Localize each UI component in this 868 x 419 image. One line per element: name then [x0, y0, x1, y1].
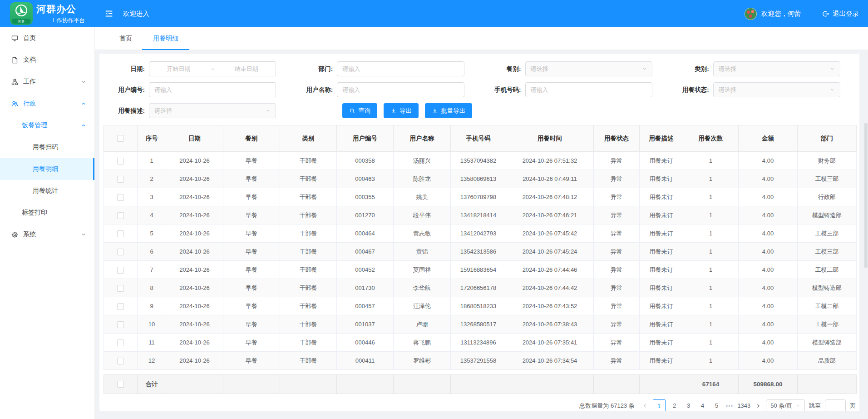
query-button[interactable]: 查询	[342, 103, 377, 118]
table-cell: 2024-10-26	[166, 188, 223, 206]
summary-empty-cell	[798, 375, 857, 394]
row-checkbox[interactable]	[117, 285, 124, 292]
table-row: 12024-10-26早餐干部餐000358汤丽兴135370943822024…	[104, 152, 857, 170]
sidebar-item-meal-management[interactable]: 饭餐管理	[0, 115, 94, 136]
page-button[interactable]: 4	[698, 399, 708, 411]
meal-type-select[interactable]: 请选择	[525, 61, 652, 76]
sidebar-item-label: 工作	[23, 78, 36, 86]
table-cell: 干部餐	[280, 279, 337, 297]
select-all-checkbox[interactable]	[117, 135, 124, 142]
table-cell: 罗维彬	[394, 352, 451, 370]
scrollbar-thumb[interactable]	[864, 123, 868, 268]
table-cell: 早餐	[223, 188, 280, 206]
date-range-input[interactable]: 开始日期 ~ 结束日期	[149, 61, 276, 76]
table-cell: 2024-10-26 07:48:12	[506, 188, 594, 206]
row-checkbox[interactable]	[117, 249, 124, 255]
sidebar-item-system[interactable]: 系统	[0, 224, 94, 245]
sidebar-item-docs[interactable]: 文档	[0, 49, 94, 71]
tab-home[interactable]: 首页	[118, 27, 133, 50]
next-page-icon[interactable]	[755, 403, 762, 409]
table-cell: 6	[138, 243, 166, 261]
sidebar-item-label: 用餐统计	[33, 187, 58, 195]
filter-date: 日期: 开始日期 ~ 结束日期	[104, 61, 291, 76]
sidebar-item-meal-detail[interactable]: 用餐明细	[0, 158, 94, 180]
sidebar-item-meal-scan[interactable]: 用餐扫码	[0, 136, 94, 158]
page-button[interactable]: 3	[684, 399, 694, 411]
page-size-select[interactable]: 50 条/页	[766, 399, 805, 411]
user-no-input[interactable]: 请输入	[149, 82, 276, 97]
row-checkbox[interactable]	[117, 158, 124, 165]
table-cell: 2024-10-26 07:51:32	[506, 152, 594, 170]
table-cell: 4.00	[739, 243, 798, 261]
table-cell: 李华航	[394, 279, 451, 297]
meal-status-select[interactable]: 请选择	[713, 82, 840, 97]
row-checkbox[interactable]	[117, 358, 124, 364]
table-cell: 4.00	[739, 334, 798, 352]
table-cell: 异常	[594, 297, 640, 315]
row-checkbox[interactable]	[117, 230, 124, 237]
table-cell: 模型铸造部	[798, 334, 857, 352]
category-select[interactable]: 请选择	[713, 61, 840, 76]
department-input[interactable]: 请输入	[337, 61, 464, 76]
filter-meal-type: 餐别: 请选择	[480, 61, 668, 76]
table-cell: 2024-10-26	[166, 279, 223, 297]
batch-export-button[interactable]: 批量导出	[425, 103, 472, 118]
phone-input[interactable]: 请输入	[525, 82, 652, 97]
page-button-last[interactable]: 1343	[737, 399, 750, 411]
table-cell: 异常	[594, 188, 640, 206]
sidebar-item-home[interactable]: 首页	[0, 27, 94, 49]
chevron-down-icon	[642, 66, 647, 71]
export-button[interactable]: 导出	[384, 103, 419, 118]
row-checkbox[interactable]	[117, 212, 124, 219]
row-checkbox[interactable]	[117, 267, 124, 274]
summary-checkbox[interactable]	[117, 381, 124, 388]
app-header: 河群 河群办公 工作协作平台 欢迎进入 欢迎您，何蕾 退出登录	[0, 0, 868, 27]
sidebar-item-label: 文档	[23, 56, 36, 64]
sidebar: 首页 文档 工作	[0, 27, 95, 419]
query-button-label: 查询	[358, 107, 370, 115]
tab-meal-detail[interactable]: 用餐明细	[152, 27, 179, 50]
table-cell: 2024-10-26 07:38:43	[506, 315, 594, 334]
scrollbar-track[interactable]	[864, 27, 868, 419]
table-cell: 早餐	[223, 206, 280, 224]
summary-empty-cell	[594, 375, 640, 394]
table-cell: 段平伟	[394, 206, 451, 224]
row-checkbox[interactable]	[117, 321, 124, 328]
prev-page-icon[interactable]	[641, 403, 649, 409]
table-cell: 2024-10-26 07:45:24	[506, 243, 594, 261]
row-checkbox[interactable]	[117, 303, 124, 310]
sidebar-item-admin[interactable]: 行政	[0, 93, 94, 115]
page-button[interactable]: 5	[712, 399, 722, 411]
table-cell: 早餐	[223, 152, 280, 170]
row-checkbox[interactable]	[117, 176, 124, 183]
menu-fold-icon[interactable]	[104, 9, 114, 19]
table-cell: 000358	[337, 152, 394, 170]
table-cell: 早餐	[223, 352, 280, 370]
column-header: 类别	[280, 125, 337, 152]
date-end-placeholder: 结束日期	[217, 65, 276, 73]
meal-desc-select[interactable]: 请选择	[149, 103, 276, 118]
user-avatar[interactable]	[745, 8, 757, 20]
logout-button[interactable]: 退出登录	[822, 10, 859, 18]
table-cell: 干部餐	[280, 170, 337, 188]
sidebar-item-label-print[interactable]: 标签打印	[0, 202, 94, 224]
table-cell: 2024-10-26	[166, 352, 223, 370]
jump-page-input[interactable]	[825, 399, 846, 411]
pagination-bar: 总数据量为 67123 条 1 2 3 4 5 ••• 1343 50 条/页	[104, 399, 856, 411]
table-cell: 姚美	[394, 188, 451, 206]
user-name-input[interactable]: 请输入	[337, 82, 464, 97]
sidebar-item-work[interactable]: 工作	[0, 71, 94, 93]
row-checkbox[interactable]	[117, 339, 124, 346]
table-cell: 用餐未订	[640, 315, 683, 334]
summary-empty-cell	[337, 375, 394, 394]
input-placeholder: 请输入	[154, 86, 172, 94]
department-label: 部门:	[291, 65, 337, 73]
table-cell: 早餐	[223, 334, 280, 352]
page-button[interactable]: 2	[670, 399, 680, 411]
row-checkbox[interactable]	[117, 194, 124, 201]
row-checkbox-cell	[104, 279, 138, 297]
sidebar-item-meal-stats[interactable]: 用餐统计	[0, 180, 94, 202]
page-button-current[interactable]: 1	[653, 399, 666, 411]
sidebar-item-label: 用餐扫码	[33, 143, 58, 151]
chevron-up-icon	[81, 123, 86, 128]
